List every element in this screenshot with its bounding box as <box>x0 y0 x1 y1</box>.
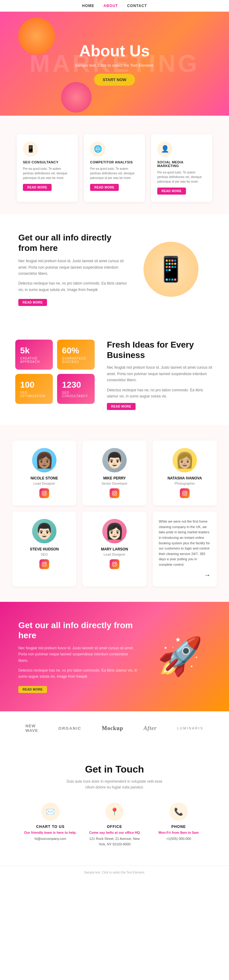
stat-value-consultancy: 1230 <box>62 380 90 390</box>
brand-luminaris: LUMINARIS <box>177 726 204 730</box>
stat-label-success: GUARANTEEDSUCCESS <box>62 357 90 363</box>
mary-role: Lead Designer <box>87 552 142 556</box>
info2-para2: Delectus recteque has ne, no pro tation … <box>18 667 137 680</box>
contact-link-email[interactable]: Our friendly team is here to help. <box>23 831 78 834</box>
nicole-instagram-icon[interactable] <box>39 488 49 498</box>
service-readmore-social[interactable]: READ MORE <box>157 188 186 195</box>
svg-point-4 <box>114 492 116 495</box>
svg-point-5 <box>115 492 116 493</box>
brand-organic: ORGANIC <box>58 726 81 731</box>
stat-label-consultancy: SEOCONSULTANCY <box>62 391 90 398</box>
contact-detail-phone: +1(555) 000-000 <box>151 836 206 842</box>
service-readmore-seo[interactable]: READ MORE <box>23 184 52 191</box>
info1-image: 📱 <box>144 242 211 297</box>
info-section-1: Get our all info directly from here Nec … <box>0 214 229 325</box>
service-desc-seo: Per ea quod iusto. Te autem pertinax def… <box>23 167 72 180</box>
info-section-2: Get our all info directly from here Nec … <box>0 602 229 711</box>
contact-link-phone[interactable]: Mon-Fri from 8am to 5am <box>151 831 206 834</box>
contact-card-email: ✉️ CHART TO US Our friendly team is here… <box>23 803 78 847</box>
location-icon: 📍 <box>105 803 124 821</box>
mike-role: Senior Developer <box>87 482 142 485</box>
info1-text: Get our all info directly from here Nec … <box>18 232 131 306</box>
avatar-steve: 👨🏻 <box>32 519 57 543</box>
contact-title-office: OFFICE <box>87 824 142 829</box>
service-desc-competitor: Per ea quod iusto. Te autem pertinax def… <box>90 167 139 180</box>
nav-contact[interactable]: CONTACT <box>127 4 147 8</box>
mike-instagram-icon[interactable] <box>110 488 119 498</box>
arrow-icon[interactable]: → <box>159 571 211 579</box>
svg-point-11 <box>45 563 46 563</box>
stat-label-optimization: SEOOPTIMIZATION <box>20 391 48 398</box>
hero-blob-right <box>61 82 92 113</box>
footer: Sample text. Click to select the Text El… <box>0 865 229 879</box>
hero-title: About Us <box>79 41 150 60</box>
info2-title: Get our all info directly from here <box>18 620 137 641</box>
mary-instagram-icon[interactable] <box>110 559 119 569</box>
contact-title-email: CHART TO US <box>23 824 78 829</box>
contact-title-phone: PHONE <box>151 824 206 829</box>
svg-rect-6 <box>183 492 186 495</box>
svg-point-10 <box>43 563 46 565</box>
seo-icon: 📱 <box>23 142 38 157</box>
nav-home[interactable]: HOME <box>82 4 94 8</box>
fresh-readmore-button[interactable]: READ MORE <box>107 403 136 410</box>
service-readmore-competitor[interactable]: READ MORE <box>90 184 119 191</box>
svg-rect-3 <box>112 492 116 495</box>
contact-detail-office: 121 Rock Street, 21 Avenue, New York, NY… <box>87 836 142 847</box>
service-title-social: SOCIAL MEDIA MARKETING <box>157 160 206 168</box>
svg-point-2 <box>45 492 46 493</box>
contact-grid: ✉️ CHART TO US Our friendly team is here… <box>12 803 217 847</box>
hero-blob-left <box>18 18 55 54</box>
hero-section: MARKETING About Us Sample text. Click to… <box>0 12 229 116</box>
hand-phone-icon: 📱 <box>156 255 186 284</box>
avatar-mary: 👩🏻 <box>102 519 127 543</box>
info1-title: Get our all info directly from here <box>18 232 131 253</box>
info2-readmore-button[interactable]: READ MORE <box>18 686 47 693</box>
avatar-nicole: 👩🏽 <box>32 448 57 473</box>
svg-rect-12 <box>112 562 116 566</box>
contact-detail-email: hi@ourcompany.com <box>23 836 78 842</box>
natasha-emoji: 👩🏼 <box>175 448 194 473</box>
competitor-icon: 🌐 <box>90 142 105 157</box>
brand-mockup: Mockup <box>102 725 123 732</box>
avatar-mike: 👨🏻 <box>102 448 127 473</box>
contact-card-office: 📍 OFFICE Come say hello at our office HQ… <box>87 803 142 847</box>
phone-icon: 📞 <box>169 803 188 821</box>
svg-point-13 <box>114 563 116 565</box>
stat-value-optimization: 100 <box>20 380 48 390</box>
service-card-competitor: 🌐 COMPETITOR ANALYSIS Per ea quod iusto.… <box>84 134 145 202</box>
steve-role: SEO <box>17 552 71 556</box>
contact-title: Get in Touch <box>12 764 217 775</box>
fresh-para2: Delectus recteque has ne, no pro tation … <box>107 387 214 399</box>
mary-name: MARY LARSON <box>87 547 142 551</box>
mike-name: MIKE PERRY <box>87 476 142 480</box>
social-icon: 👤 <box>157 142 172 157</box>
stat-card-optimization: 100 SEOOPTIMIZATION <box>15 374 53 404</box>
fresh-para1: Nec feugiat nisl pretium fusce id. Justo… <box>107 364 214 383</box>
service-title-seo: SEO CONSULTANCY <box>23 160 72 164</box>
svg-point-14 <box>115 563 116 563</box>
hero-cta-button[interactable]: START NOW <box>94 74 135 86</box>
contact-link-office[interactable]: Come say hello at our office HQ <box>87 831 142 834</box>
service-card-seo: 📱 SEO CONSULTANCY Per ea quod iusto. Te … <box>17 134 78 202</box>
stat-label-creative: CREATIVEAPPROACH <box>20 357 48 363</box>
service-desc-social: Per ea quod iusto. Te autem pertinax def… <box>157 170 206 184</box>
steve-emoji: 👨🏻 <box>35 519 54 543</box>
steve-instagram-icon[interactable] <box>39 559 49 569</box>
svg-point-8 <box>186 492 186 493</box>
rocket-image: 🚀 <box>150 635 211 678</box>
info2-text: Get our all info directly from here Nec … <box>18 620 137 693</box>
stat-value-creative: 5k <box>20 346 48 356</box>
company-description-text: While we were not the first home cleanin… <box>159 519 211 567</box>
nav-about[interactable]: ABOUT <box>104 4 118 8</box>
stats-section: 5k CREATIVEAPPROACH 60% GUARANTEEDSUCCES… <box>0 325 229 425</box>
services-grid: 📱 SEO CONSULTANCY Per ea quod iusto. Te … <box>12 134 217 202</box>
nicole-emoji: 👩🏽 <box>35 448 54 473</box>
natasha-instagram-icon[interactable] <box>180 488 190 498</box>
steve-name: STEVE HUDSON <box>17 547 71 551</box>
info1-readmore-button[interactable]: READ MORE <box>18 299 47 306</box>
service-card-social: 👤 SOCIAL MEDIA MARKETING Per ea quod ius… <box>151 134 212 202</box>
contact-subtitle: Duis aute irure dolor in reprehenderit i… <box>63 779 166 790</box>
brands-section: NEWWAVE ORGANIC Mockup After LUMINARIS <box>0 711 229 745</box>
svg-rect-0 <box>42 492 46 495</box>
